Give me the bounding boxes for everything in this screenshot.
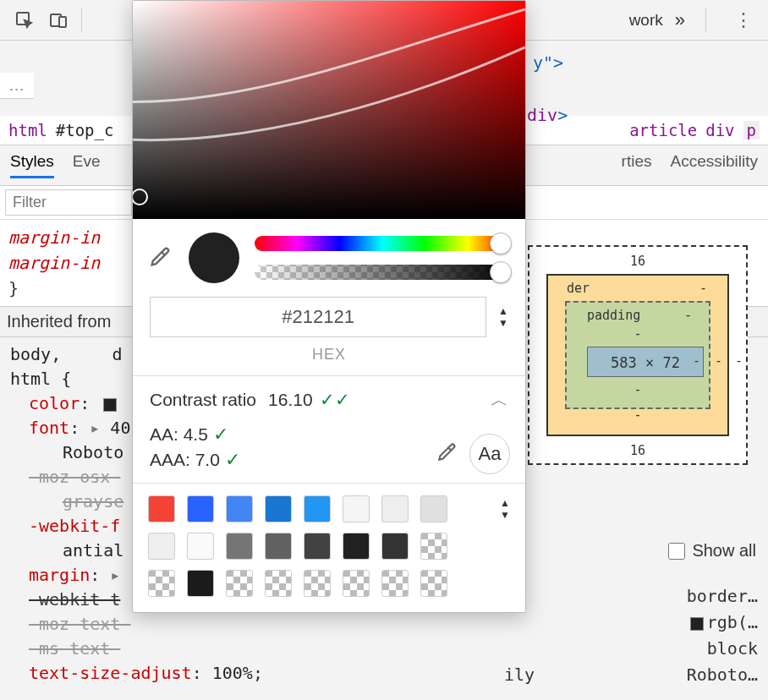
breadcrumb-p[interactable]: p <box>743 121 760 139</box>
palette-swatch[interactable] <box>148 495 175 522</box>
palette-swatch[interactable] <box>343 533 370 560</box>
hue-slider[interactable] <box>255 236 510 251</box>
margin-right-dash[interactable]: - <box>735 353 743 369</box>
padding-right-dash[interactable]: - <box>693 353 700 369</box>
css-value[interactable]: 40 <box>110 418 130 438</box>
palette-swatch[interactable] <box>381 570 409 597</box>
css-property-overridden[interactable]: -moz-osx- <box>29 467 120 487</box>
margin-bottom-value[interactable]: 16 <box>528 443 748 458</box>
box-model-diagram[interactable]: 16 der - padding - - 583 × 72 - - - - - … <box>528 245 748 465</box>
overflow-tabs-icon[interactable]: » <box>675 9 685 31</box>
palette-swatch[interactable] <box>187 495 214 522</box>
tab-event-listeners[interactable]: Eve <box>73 152 101 178</box>
palette-swatch[interactable] <box>304 533 331 560</box>
palette-swatch[interactable] <box>420 495 447 522</box>
filter-input[interactable] <box>5 189 132 216</box>
slider-thumb-icon[interactable] <box>490 261 512 283</box>
border-right-dash[interactable]: - <box>715 353 722 369</box>
ellipsis-icon: … <box>8 76 25 94</box>
background-eyedropper-icon[interactable] <box>436 441 458 468</box>
expand-triangle-icon[interactable]: ▸ <box>90 418 100 438</box>
inspect-element-icon[interactable] <box>14 9 36 31</box>
margin-top-value[interactable]: 16 <box>528 254 748 269</box>
breadcrumb-id[interactable]: #top_c <box>56 121 114 139</box>
content-dimensions[interactable]: 583 × 72 <box>587 347 704 377</box>
tab-accessibility[interactable]: Accessibility <box>671 152 758 178</box>
css-value-overridden[interactable]: grayse <box>63 491 123 511</box>
alpha-slider[interactable] <box>255 265 510 280</box>
slider-thumb-icon[interactable] <box>490 232 512 254</box>
css-value[interactable]: 100% <box>212 663 253 683</box>
expand-triangle-icon[interactable]: ▸ <box>110 565 120 585</box>
network-tab-partial[interactable]: work <box>629 11 663 30</box>
palette-swatch[interactable] <box>381 495 409 522</box>
css-property-overridden[interactable]: -moz-text- <box>29 614 130 634</box>
computed-property-value[interactable]: block <box>707 636 758 662</box>
css-property[interactable]: margin-in <box>8 227 100 248</box>
palette-swatch[interactable] <box>265 533 292 560</box>
selector[interactable]: html { <box>10 369 71 389</box>
computed-property-value[interactable]: Roboto… <box>687 662 758 688</box>
chevron-up-icon[interactable]: ︿ <box>491 388 508 412</box>
palette-swatch[interactable] <box>343 570 370 597</box>
color-swatch-icon[interactable] <box>103 398 117 412</box>
kebab-menu-icon[interactable]: ⋮ <box>732 9 754 31</box>
css-property[interactable]: -webkit-f <box>29 516 120 536</box>
color-format-label: HEX <box>133 346 525 375</box>
padding-top-dash[interactable]: - <box>528 326 748 342</box>
palette-swatch[interactable] <box>304 570 331 597</box>
show-all-checkbox[interactable] <box>668 543 685 560</box>
palette-swatch[interactable] <box>226 495 253 522</box>
contrast-thresholds: AA: 4.5 ✓ AAA: 7.0 ✓ Aa <box>133 424 525 483</box>
palette-swatch[interactable] <box>265 495 292 522</box>
css-property[interactable]: margin-in <box>8 253 100 273</box>
palette-swatch[interactable] <box>304 495 331 522</box>
device-toggle-icon[interactable] <box>47 9 69 31</box>
palette-stepper-icon[interactable]: ▲▼ <box>500 497 510 521</box>
css-property-overridden[interactable]: -ms-text- <box>29 638 120 659</box>
computed-property-name[interactable]: ily <box>504 662 535 688</box>
crumb-collapse[interactable]: … <box>0 73 34 99</box>
text-sample-button[interactable]: Aa <box>469 434 510 474</box>
breadcrumb-html[interactable]: html <box>8 121 47 139</box>
palette-swatch[interactable] <box>187 533 214 560</box>
breadcrumb-div[interactable]: div <box>705 121 734 139</box>
tab-styles[interactable]: Styles <box>10 152 54 178</box>
palette-swatch[interactable] <box>265 570 292 597</box>
css-property[interactable]: text-size-adjust <box>29 663 192 683</box>
palette-swatch[interactable] <box>148 533 175 560</box>
computed-property-value[interactable]: rgb(… <box>690 610 758 636</box>
palette-swatch[interactable] <box>420 570 447 597</box>
selector[interactable]: body, <box>10 344 61 364</box>
palette-swatch[interactable] <box>420 533 447 560</box>
contrast-ratio-value: 16.10 <box>268 390 313 410</box>
css-property[interactable]: font <box>29 418 69 438</box>
css-property[interactable]: color <box>29 393 80 413</box>
border-bottom-dash[interactable]: - <box>528 407 748 423</box>
breadcrumb-article[interactable]: article <box>629 121 697 139</box>
padding-bottom-dash[interactable]: - <box>528 382 748 397</box>
border-dash[interactable]: - <box>699 281 707 296</box>
palette-swatch[interactable] <box>148 570 175 597</box>
css-property[interactable]: margin <box>29 565 90 585</box>
palette-swatch[interactable] <box>226 533 253 560</box>
color-spectrum-canvas[interactable] <box>133 1 525 219</box>
css-property-overridden[interactable]: -webkit-t <box>29 589 120 610</box>
tab-properties[interactable]: rties <box>622 152 652 178</box>
padding-dash[interactable]: - <box>684 308 692 323</box>
css-value[interactable]: Roboto <box>63 442 123 462</box>
padding-label: padding <box>587 308 640 323</box>
computed-property-value[interactable]: border… <box>687 583 758 610</box>
selector-link[interactable]: d <box>112 344 122 364</box>
css-value[interactable]: antial <box>63 540 123 561</box>
contrast-ratio-row[interactable]: Contrast ratio 16.10 ✓✓ ︿ <box>133 376 525 424</box>
palette-swatch[interactable] <box>187 570 214 597</box>
toolbar-divider <box>81 8 98 32</box>
format-stepper-icon[interactable]: ▲▼ <box>498 305 508 329</box>
color-swatch-icon[interactable] <box>690 617 704 631</box>
palette-swatch[interactable] <box>381 533 409 560</box>
palette-swatch[interactable] <box>226 570 253 597</box>
eyedropper-icon[interactable] <box>148 245 173 271</box>
hex-input[interactable] <box>150 297 486 337</box>
palette-swatch[interactable] <box>343 495 370 522</box>
